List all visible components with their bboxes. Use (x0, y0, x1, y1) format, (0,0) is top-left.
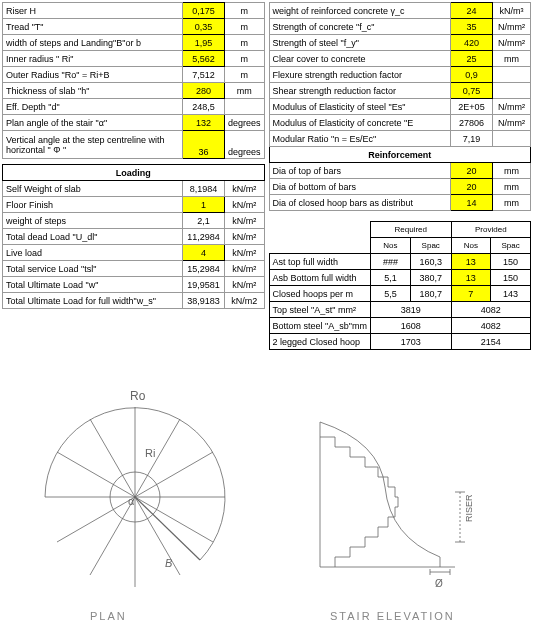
label: Modular Ratio "n = Es/Ec" (269, 131, 451, 147)
cell: 380,7 (410, 270, 451, 286)
unit: m (224, 19, 264, 35)
label: Modulus of Elasticity of concrete "E (269, 115, 451, 131)
cell[interactable]: 7 (451, 286, 490, 302)
value-cell: 8,1984 (182, 181, 224, 197)
unit: mm (493, 163, 531, 179)
unit: m (224, 67, 264, 83)
header: Nos (370, 238, 410, 254)
unit: N/mm² (493, 19, 531, 35)
unit: N/mm² (493, 99, 531, 115)
unit: N/mm² (493, 35, 531, 51)
value-cell[interactable]: 0,9 (451, 67, 493, 83)
value-cell[interactable]: 5,562 (182, 51, 224, 67)
label: Ast top full width (269, 254, 370, 270)
value-cell[interactable]: 1,95 (182, 35, 224, 51)
cell: 3819 (370, 302, 451, 318)
value-cell[interactable]: 20 (451, 163, 493, 179)
label: weight of steps (3, 213, 183, 229)
unit: kN/m2 (224, 293, 264, 309)
value-cell[interactable]: 0,75 (451, 83, 493, 99)
cell: 1608 (370, 318, 451, 334)
unit: m (224, 35, 264, 51)
label: Floor Finish (3, 197, 183, 213)
value-cell[interactable]: 4 (182, 245, 224, 261)
label: Live load (3, 245, 183, 261)
header: Provided (451, 222, 530, 238)
value-cell[interactable]: 280 (182, 83, 224, 99)
value-cell[interactable]: 0,175 (182, 3, 224, 19)
value-cell[interactable]: 36 (182, 131, 224, 159)
section-header: Reinforcement (269, 147, 531, 163)
label: Riser H (3, 3, 183, 19)
value-cell: 7,19 (451, 131, 493, 147)
label: Flexure strength reduction factor (269, 67, 451, 83)
value-cell[interactable]: 1 (182, 197, 224, 213)
value-cell[interactable]: 25 (451, 51, 493, 67)
svg-text:α: α (128, 495, 135, 507)
unit: kN/m² (224, 261, 264, 277)
label: Top steel "A_st" mm² (269, 302, 370, 318)
cell: 150 (491, 254, 531, 270)
unit: kN/m² (224, 197, 264, 213)
value-cell: 38,9183 (182, 293, 224, 309)
value-cell[interactable]: 35 (451, 19, 493, 35)
value-cell[interactable]: 132 (182, 115, 224, 131)
value-cell: 248,5 (182, 99, 224, 115)
value-cell: 27806 (451, 115, 493, 131)
unit: degrees (224, 115, 264, 131)
svg-text:RISER: RISER (464, 494, 474, 522)
cell[interactable]: 13 (451, 270, 490, 286)
unit: N/mm² (493, 115, 531, 131)
value-cell: 19,9581 (182, 277, 224, 293)
required-provided-table: RequiredProvided NosSpacNosSpac Ast top … (269, 221, 532, 350)
label: Strength of concrete "f_c" (269, 19, 451, 35)
cell: 180,7 (410, 286, 451, 302)
unit: kN/m³ (493, 3, 531, 19)
label: Strength of steel "f_y" (269, 35, 451, 51)
value-cell[interactable]: 14 (451, 195, 493, 211)
unit: m (224, 3, 264, 19)
unit: mm (493, 195, 531, 211)
unit: m (224, 51, 264, 67)
label: Bottom steel "A_sb"mm (269, 318, 370, 334)
value-cell: 11,2984 (182, 229, 224, 245)
unit: kN/m² (224, 213, 264, 229)
value-cell[interactable]: 0,35 (182, 19, 224, 35)
header: Nos (451, 238, 490, 254)
material-table: weight of reinforced concrete γ_c24kN/m³… (269, 2, 532, 211)
label: Modulus of Elasticity of steel "Es" (269, 99, 451, 115)
value-cell: 15,2984 (182, 261, 224, 277)
cell[interactable]: 13 (451, 254, 490, 270)
svg-text:Ro: Ro (130, 389, 146, 403)
value-cell: 7,512 (182, 67, 224, 83)
cell: 150 (491, 270, 531, 286)
label: Eff. Depth "d" (3, 99, 183, 115)
header: Required (370, 222, 451, 238)
unit (493, 83, 531, 99)
unit (493, 131, 531, 147)
cell: 4082 (451, 318, 530, 334)
label: 2 legged Closed hoop (269, 334, 370, 350)
cell: 5,1 (370, 270, 410, 286)
geometry-table: Riser H0,175m Tread "T"0,35m width of st… (2, 2, 265, 309)
unit: mm (224, 83, 264, 99)
label: width of steps and Landing"B"or b (3, 35, 183, 51)
label: Dia of closed hoop bars as distribut (269, 195, 451, 211)
label: Total Ultimate Load "w" (3, 277, 183, 293)
label: Total dead Load "U_dl" (3, 229, 183, 245)
cell: 160,3 (410, 254, 451, 270)
value-cell[interactable]: 24 (451, 3, 493, 19)
unit: kN/m² (224, 229, 264, 245)
svg-text:Ri: Ri (145, 447, 155, 459)
cell: 5,5 (370, 286, 410, 302)
plan-label: PLAN (90, 610, 127, 622)
cell: 4082 (451, 302, 530, 318)
cell: 1703 (370, 334, 451, 350)
value-cell[interactable]: 420 (451, 35, 493, 51)
header: Spac (491, 238, 531, 254)
value-cell[interactable]: 20 (451, 179, 493, 195)
elevation-label: STAIR ELEVATION (330, 610, 455, 622)
label: Inner radius " Ri" (3, 51, 183, 67)
label: Asb Bottom full width (269, 270, 370, 286)
cell: ### (370, 254, 410, 270)
